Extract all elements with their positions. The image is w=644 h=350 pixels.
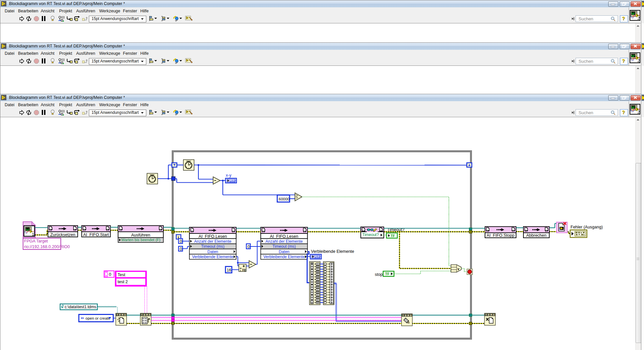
svg-text:Verbleibende Elemente: Verbleibende Elemente bbox=[192, 254, 233, 259]
svg-text:!?: !? bbox=[525, 229, 528, 233]
svg-text:IQ: IQ bbox=[242, 269, 246, 272]
svg-text:AI_FIFO.Stopp: AI_FIFO.Stopp bbox=[487, 233, 514, 238]
svg-text:rio://192.168.0.200/RIO0: rio://192.168.0.200/RIO0 bbox=[24, 244, 70, 249]
svg-text:0: 0 bbox=[180, 239, 182, 244]
svg-text:U32: U32 bbox=[229, 179, 235, 183]
svg-text:!?: !? bbox=[191, 230, 194, 233]
svg-text:open or create: open or create bbox=[86, 316, 110, 320]
svg-text:stop: stop bbox=[375, 272, 383, 277]
svg-text:!?: !? bbox=[83, 228, 86, 232]
svg-text:÷: ÷ bbox=[240, 266, 242, 270]
svg-text:TF: TF bbox=[385, 272, 389, 276]
svg-text:!?: !? bbox=[106, 228, 109, 232]
svg-text:!?: !? bbox=[49, 228, 52, 232]
svg-text:TF: TF bbox=[391, 234, 395, 238]
svg-text:Abbrechen: Abbrechen bbox=[526, 233, 547, 238]
svg-text:AI_FIFO.Lesen: AI_FIFO.Lesen bbox=[199, 234, 227, 239]
svg-text:Ausführen: Ausführen bbox=[131, 233, 150, 237]
svg-text:Anzahl der Elemente: Anzahl der Elemente bbox=[266, 239, 303, 244]
svg-text:Daten: Daten bbox=[207, 249, 218, 254]
svg-text:Daten: Daten bbox=[279, 249, 289, 254]
svg-text:c:\data\test1.tdms: c:\data\test1.tdms bbox=[65, 305, 97, 309]
svg-text:Fehler (Ausgang): Fehler (Ausgang) bbox=[571, 225, 603, 229]
svg-text:Verbleibende Elemente: Verbleibende Elemente bbox=[311, 249, 354, 254]
svg-text:Timeout?: Timeout? bbox=[362, 232, 379, 237]
svg-text:16: 16 bbox=[227, 268, 231, 273]
svg-text:0: 0 bbox=[180, 247, 182, 251]
svg-text:!?: !? bbox=[73, 228, 76, 232]
svg-text:x-y: x-y bbox=[226, 173, 231, 178]
svg-text:!?: !? bbox=[486, 229, 489, 233]
svg-text:1: 1 bbox=[32, 232, 34, 237]
svg-text:FPGA Target: FPGA Target bbox=[24, 239, 48, 243]
svg-text:!?: !? bbox=[262, 230, 265, 233]
svg-text:AI_FIFO.Start: AI_FIFO.Start bbox=[83, 232, 109, 237]
svg-text:AI_FIFO.Lesen: AI_FIFO.Lesen bbox=[270, 234, 298, 239]
svg-text:!?: !? bbox=[159, 228, 162, 232]
svg-text:Timeout (ms): Timeout (ms) bbox=[201, 244, 224, 249]
svg-text:0: 0 bbox=[109, 272, 111, 277]
svg-text:Anzahl der Elemente: Anzahl der Elemente bbox=[194, 239, 231, 244]
svg-text:!?: !? bbox=[120, 228, 123, 232]
svg-text:v: v bbox=[458, 267, 460, 271]
svg-text:Verbleibende Elemente: Verbleibende Elemente bbox=[263, 254, 305, 259]
svg-text:Zurücksetzen: Zurücksetzen bbox=[50, 232, 75, 237]
svg-text:test 2: test 2 bbox=[118, 280, 128, 284]
svg-text:60000: 60000 bbox=[279, 197, 290, 201]
svg-text:!?: !? bbox=[303, 230, 306, 233]
svg-text:!?: !? bbox=[232, 230, 235, 233]
svg-text:Timeout (ms): Timeout (ms) bbox=[272, 244, 296, 249]
svg-text:U32: U32 bbox=[314, 255, 320, 258]
svg-text:0: 0 bbox=[248, 244, 250, 249]
svg-text:Warten bis beendet (F): Warten bis beendet (F) bbox=[121, 238, 160, 242]
svg-text:R: R bbox=[243, 265, 245, 268]
svg-text:Test: Test bbox=[118, 273, 125, 277]
svg-text:!?: !? bbox=[545, 229, 548, 233]
svg-text:!?: !? bbox=[512, 229, 515, 233]
